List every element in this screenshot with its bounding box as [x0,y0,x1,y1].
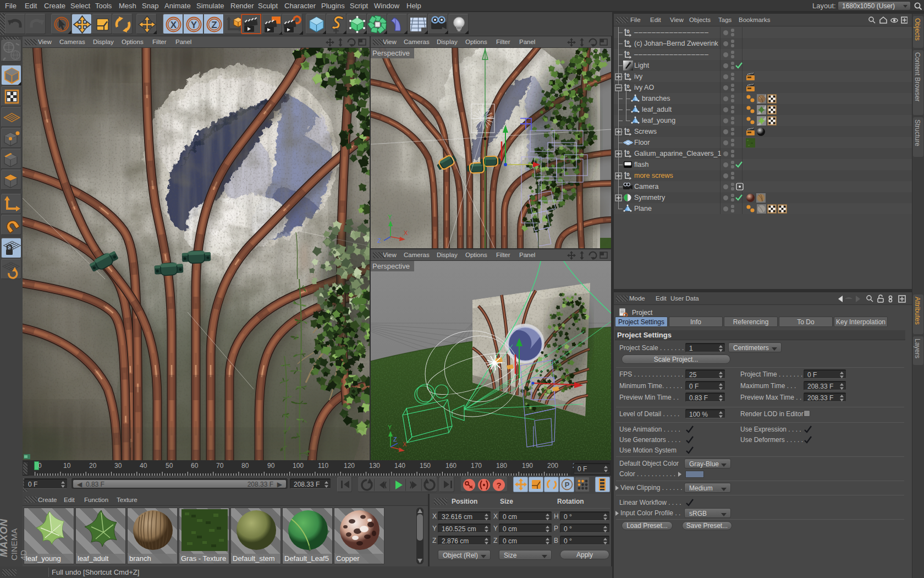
svg-text:Perspective: Perspective [372,262,410,270]
svg-text:Z: Z [393,436,397,443]
svg-text:0: 0 [627,29,630,34]
svg-text:Y: Y [191,20,197,30]
svg-text:0: 0 [627,73,630,78]
svg-text:Y: Y [388,214,392,220]
svg-text:Y: Y [388,424,392,430]
svg-text:0: 0 [627,51,630,56]
svg-text:?: ? [496,481,501,490]
svg-text:0: 0 [627,84,630,89]
svg-text:Z: Z [211,20,217,30]
svg-text:0: 0 [627,40,630,45]
svg-text:0: 0 [627,128,630,133]
svg-text:X: X [404,230,408,236]
svg-text:X: X [403,441,407,448]
svg-text:Perspective: Perspective [372,49,410,57]
svg-text:X: X [170,20,177,30]
svg-text:0: 0 [627,150,630,155]
svg-text:Z: Z [377,237,381,244]
svg-text:0: 0 [627,172,630,177]
svg-text:P: P [565,481,570,489]
